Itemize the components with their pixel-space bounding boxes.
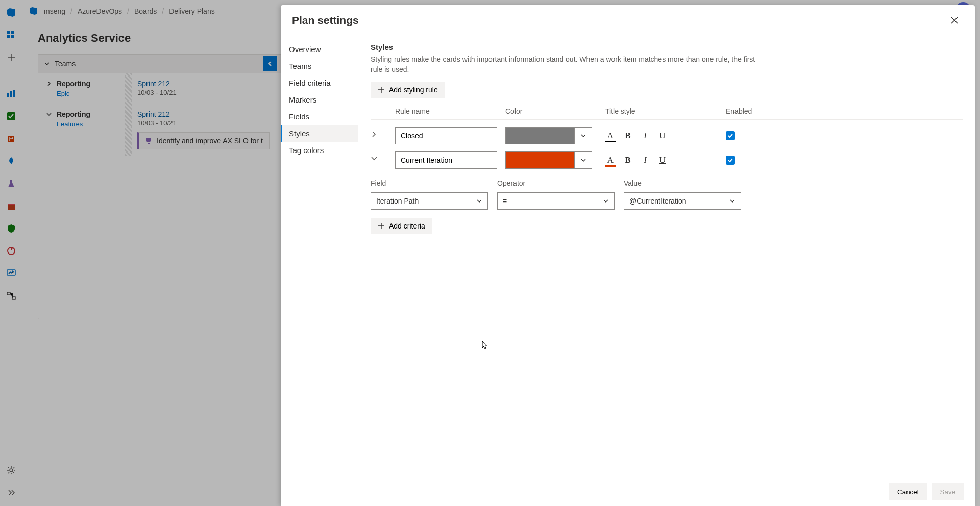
rules-header-row: Rule name Color Title style Enabled [371,107,963,120]
add-icon [378,222,385,230]
nav-teams[interactable]: Teams [281,58,358,74]
rule-name-input[interactable] [395,151,497,169]
italic-button[interactable]: I [640,155,650,165]
chevron-down-icon [476,198,482,204]
nav-markers[interactable]: Markers [281,91,358,108]
nav-tag-colors[interactable]: Tag colors [281,142,358,159]
collapse-rule-toggle[interactable] [371,155,381,165]
chevron-right-icon [371,131,378,138]
color-dropdown-button[interactable] [574,128,592,144]
underline-button[interactable]: U [657,155,668,165]
panel-nav: Overview Teams Field criteria Markers Fi… [281,36,358,477]
expand-rule-toggle[interactable] [371,131,381,141]
field-select[interactable]: Iteration Path [371,192,488,210]
nav-fields[interactable]: Fields [281,108,358,125]
nav-overview[interactable]: Overview [281,41,358,58]
bold-button[interactable]: B [623,155,633,165]
italic-button[interactable]: I [640,131,650,141]
close-icon [950,16,959,25]
check-icon [727,157,733,163]
color-picker[interactable] [505,127,592,144]
cursor-icon [482,341,489,350]
rule-name-input[interactable] [395,127,497,144]
color-swatch [506,128,574,144]
enabled-checkbox[interactable] [726,131,735,140]
color-dropdown-button[interactable] [574,152,592,168]
col-rule-name: Rule name [395,107,497,115]
add-criteria-button[interactable]: Add criteria [371,218,432,234]
bold-button[interactable]: B [623,131,633,141]
title-style-group: A B I U [605,155,718,165]
cancel-button[interactable]: Cancel [889,483,927,500]
add-styling-rule-button[interactable]: Add styling rule [371,82,445,98]
enabled-checkbox[interactable] [726,156,735,165]
chevron-down-icon [603,198,609,204]
col-color: Color [505,107,597,115]
criteria-labels: Field Operator Value [371,179,963,187]
col-enabled: Enabled [726,107,767,115]
close-button[interactable] [945,11,964,30]
section-heading: Styles [371,43,963,52]
text-color-button[interactable]: A [605,131,616,141]
color-swatch [506,152,574,168]
chevron-down-icon [580,157,586,163]
panel-content: Styles Styling rules make the cards with… [358,36,975,477]
underline-button[interactable]: U [657,131,668,141]
chevron-down-icon [580,133,586,139]
operator-select[interactable]: = [497,192,615,210]
add-icon [378,86,385,93]
col-field: Field [371,179,488,187]
panel-title: Plan settings [292,14,359,27]
plan-settings-panel: Plan settings Overview Teams Field crite… [281,5,975,506]
col-title-style: Title style [605,107,718,115]
save-button[interactable]: Save [932,483,964,500]
section-description: Styling rules make the cards with import… [371,55,769,74]
col-operator: Operator [497,179,615,187]
panel-footer: Cancel Save [281,477,975,506]
chevron-down-icon [371,155,378,162]
nav-field-criteria[interactable]: Field criteria [281,74,358,91]
style-rule-row: A B I U [371,127,963,144]
style-rule-row: A B I U [371,151,963,169]
title-style-group: A B I U [605,131,718,141]
color-picker[interactable] [505,151,592,169]
text-color-button[interactable]: A [605,155,616,165]
chevron-down-icon [729,198,736,204]
criteria-row: Iteration Path = @CurrentIteration [371,192,963,210]
nav-styles[interactable]: Styles [281,125,358,142]
value-select[interactable]: @CurrentIteration [624,192,741,210]
col-value: Value [624,179,741,187]
check-icon [727,133,733,139]
